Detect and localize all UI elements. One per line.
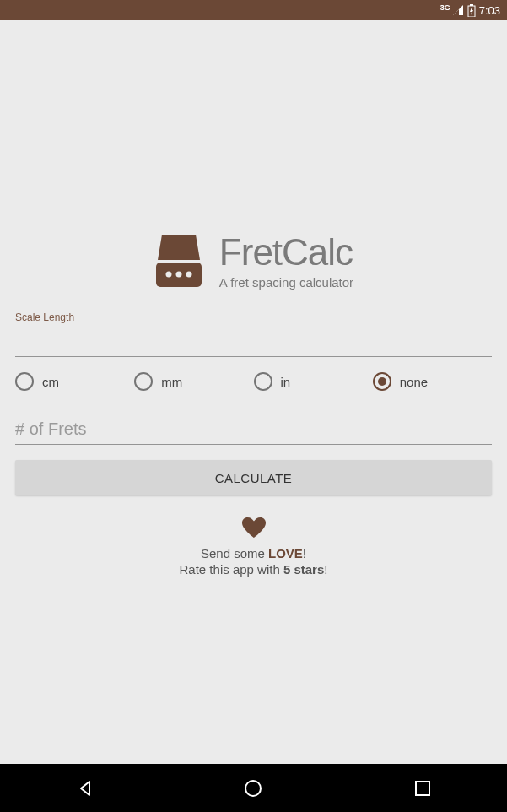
svg-rect-7 (416, 782, 429, 795)
radio-icon (134, 372, 153, 391)
app-logo-icon (154, 235, 204, 287)
radio-label: mm (161, 375, 182, 389)
radio-in[interactable]: in (254, 372, 373, 391)
nav-back-button[interactable] (73, 777, 96, 800)
calculate-button[interactable]: CALCULATE (15, 460, 492, 495)
svg-point-5 (186, 271, 191, 277)
logo-block: FretCalc A fret spacing calculator (15, 231, 492, 290)
status-bar: 3G 7:03 (0, 0, 507, 20)
radio-icon (15, 372, 34, 391)
clock: 7:03 (479, 4, 500, 17)
radio-none[interactable]: none (373, 372, 492, 391)
radio-label: cm (42, 375, 59, 389)
main-content: FretCalc A fret spacing calculator Scale… (0, 231, 507, 577)
radio-cm[interactable]: cm (15, 372, 134, 391)
radio-icon (254, 372, 272, 391)
app-title: FretCalc (219, 231, 353, 273)
svg-point-4 (175, 271, 181, 277)
nav-home-button[interactable] (241, 777, 265, 800)
love-text: Send some LOVE! (15, 546, 492, 560)
signal-icon (452, 4, 464, 16)
svg-point-3 (165, 271, 171, 277)
network-indicator: 3G (440, 3, 450, 12)
app-subtitle: A fret spacing calculator (219, 275, 353, 290)
radio-label: none (400, 375, 428, 389)
rate-text: Rate this app with 5 stars! (15, 562, 492, 577)
radio-label: in (281, 375, 291, 389)
radio-mm[interactable]: mm (134, 372, 253, 391)
frets-input[interactable] (15, 411, 492, 445)
battery-icon (467, 4, 476, 17)
scale-length-input[interactable] (15, 323, 492, 357)
nav-bar (0, 764, 507, 812)
svg-point-6 (245, 781, 261, 796)
unit-radio-group: cm mm in none (15, 372, 492, 391)
nav-recent-button[interactable] (411, 777, 434, 800)
radio-icon-selected (373, 372, 391, 391)
scale-length-label: Scale Length (15, 311, 492, 323)
heart-icon (242, 526, 266, 540)
love-block[interactable]: Send some LOVE! Rate this app with 5 sta… (15, 517, 492, 577)
